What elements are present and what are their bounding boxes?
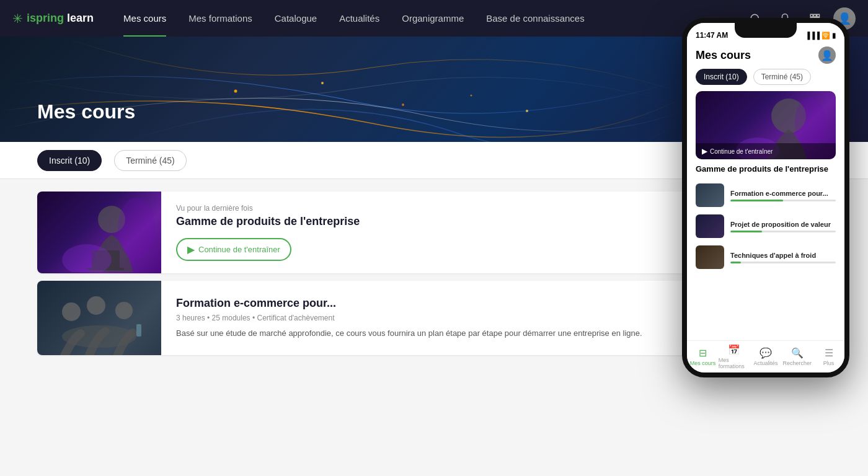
phone-nav-plus[interactable]: ☰ Plus: [813, 343, 844, 370]
nav-link-organigramme[interactable]: Organigramme: [391, 0, 475, 37]
signal-icon: ▐▐▐: [805, 32, 820, 39]
course-info: Formation e-commerce pour... 3 heures • …: [161, 281, 707, 355]
phone-list-title: Techniques d'appel à froid: [730, 252, 836, 259]
phone-list-progress: [730, 262, 836, 263]
course-info: Vu pour la dernière fois Gamme de produi…: [161, 192, 707, 273]
hero-title: Mes cours: [37, 100, 135, 123]
search-icon: 🔍: [791, 347, 804, 359]
logo-text: ispring learn: [27, 12, 94, 25]
phone-status-time: 11:47 AM: [696, 31, 728, 40]
hero-cta-label: Continue de t'entraîner: [710, 148, 773, 155]
svg-point-14: [471, 95, 472, 97]
phone-nav-label: Actualités: [753, 360, 777, 366]
phone-hero-thumbnail: ▶ Continue de t'entraîner: [696, 91, 836, 159]
course-label: Vu pour la dernière fois: [176, 204, 692, 213]
continue-button[interactable]: ▶ Continue de t'entraîner: [176, 238, 291, 261]
nav-link-catalogue[interactable]: Catalogue: [264, 0, 328, 37]
phone-nav-label: Plus: [823, 360, 835, 366]
phone-bottom-nav: ⊟ Mes cours 📅 Mes formations 💬 Actualité…: [687, 340, 844, 372]
play-icon: ▶: [187, 244, 195, 255]
phone-list-progress-fill: [730, 231, 762, 232]
svg-point-22: [118, 198, 155, 260]
phone-list-info: Formation e-commerce pour...: [730, 190, 836, 201]
phone-tab-termine[interactable]: Terminé (45): [753, 69, 811, 85]
svg-point-15: [526, 110, 528, 112]
nav-link-base-connaissances[interactable]: Base de connaissances: [475, 0, 595, 37]
svg-point-13: [402, 104, 404, 106]
phone-nav-label: Mes cours: [690, 360, 716, 366]
svg-point-30: [795, 97, 826, 147]
wifi-icon: 🛜: [822, 32, 830, 40]
svg-rect-2: [810, 14, 813, 17]
phone-mockup: 11:47 AM ▐▐▐ 🛜 ▮ Mes cours 👤 Inscrit (10…: [682, 18, 849, 377]
phone-nav-mes-cours[interactable]: ⊟ Mes cours: [687, 343, 719, 370]
phone-hero-course-title: Gamme de produits de l'entreprise: [687, 164, 844, 174]
phone-list-item[interactable]: Techniques d'appel à froid: [687, 242, 844, 273]
phone-avatar: 👤: [818, 46, 836, 64]
phone-list-info: Projet de proposition de valeur: [730, 221, 836, 232]
battery-icon: ▮: [832, 32, 836, 40]
phone-list-progress: [730, 231, 836, 232]
logo[interactable]: ✳ ispring learn: [12, 11, 94, 26]
phone-nav-label: Mes formations: [719, 357, 750, 369]
svg-point-11: [234, 90, 237, 93]
phone-list-item[interactable]: Projet de proposition de valeur: [687, 211, 844, 242]
phone-hero-overlay: ▶ Continue de t'entraîner: [696, 143, 836, 159]
phone-nav-label: Rechercher: [783, 360, 812, 366]
phone-list-item[interactable]: Formation e-commerce pour...: [687, 180, 844, 211]
tab-termine[interactable]: Terminé (45): [114, 150, 187, 171]
phone-header-title: Mes cours: [696, 49, 751, 62]
nav-links: Mes cours Mes formations Catalogue Actua…: [112, 0, 744, 37]
svg-point-26: [115, 302, 133, 319]
phone-list-info: Techniques d'appel à froid: [730, 252, 836, 263]
nav-link-mes-cours[interactable]: Mes cours: [112, 0, 177, 37]
phone-list-title: Projet de proposition de valeur: [730, 221, 836, 228]
phone-screen: 11:47 AM ▐▐▐ 🛜 ▮ Mes cours 👤 Inscrit (10…: [687, 23, 844, 372]
course-thumbnail: [37, 281, 161, 355]
svg-rect-4: [817, 14, 820, 17]
formations-icon: 📅: [728, 344, 740, 356]
course-meta: 3 heures • 25 modules • Certificat d'ach…: [176, 314, 692, 322]
phone-list-progress: [730, 200, 836, 201]
more-icon: ☰: [825, 347, 833, 359]
phone-list-thumbnail: [696, 214, 724, 238]
phone-status-icons: ▐▐▐ 🛜 ▮: [805, 32, 836, 40]
main-content: Inscrit (10) Terminé (45): [0, 142, 868, 476]
svg-point-25: [87, 296, 105, 315]
phone-header: Mes cours 👤: [687, 43, 844, 69]
nav-link-mes-formations[interactable]: Mes formations: [177, 0, 264, 37]
phone-list-thumbnail: [696, 245, 724, 269]
nav-link-actualites[interactable]: Actualités: [328, 0, 391, 37]
course-title: Formation e-commerce pour...: [176, 297, 692, 310]
svg-point-12: [321, 82, 324, 84]
svg-rect-3: [814, 14, 817, 17]
logo-icon: ✳: [12, 11, 23, 26]
svg-rect-27: [136, 324, 141, 337]
continue-label: Continue de t'entraîner: [198, 245, 280, 254]
news-icon: 💬: [760, 347, 772, 359]
phone-list-thumbnail: [696, 183, 724, 207]
phone-list-progress-fill: [730, 200, 783, 201]
phone-list-progress-fill: [730, 262, 741, 263]
course-description: Basé sur une étude de marché approfondie…: [176, 327, 692, 340]
play-circle-icon: ▶: [702, 147, 707, 156]
tab-inscrit[interactable]: Inscrit (10): [37, 150, 102, 171]
phone-notch: [735, 23, 797, 38]
phone-list-title: Formation e-commerce pour...: [730, 190, 836, 197]
course-thumbnail: [37, 192, 161, 273]
home-icon: ⊟: [699, 347, 707, 359]
phone-tabs: Inscrit (10) Terminé (45): [687, 69, 844, 85]
phone-nav-rechercher[interactable]: 🔍 Rechercher: [781, 343, 813, 370]
phone-tab-inscrit[interactable]: Inscrit (10): [696, 69, 747, 85]
phone-nav-actualites[interactable]: 💬 Actualités: [750, 343, 782, 370]
course-title: Gamme de produits de l'entreprise: [176, 215, 692, 228]
phone-nav-mes-formations[interactable]: 📅 Mes formations: [719, 340, 750, 372]
svg-point-24: [62, 302, 81, 321]
